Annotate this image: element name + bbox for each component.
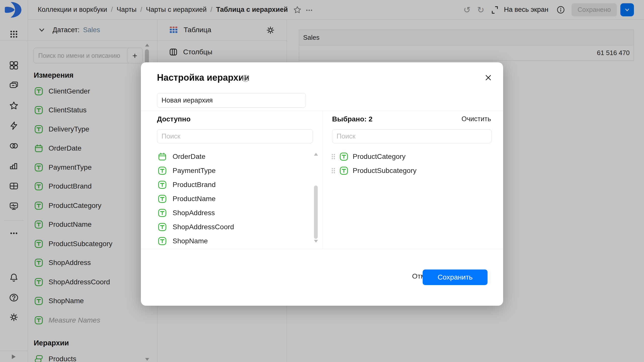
drag-handle-icon[interactable] <box>332 168 335 174</box>
available-item[interactable]: ProductBrand <box>158 178 216 192</box>
modal-column-divider <box>323 111 323 249</box>
text-field-icon <box>158 237 167 245</box>
text-field-icon <box>340 166 348 175</box>
text-field-icon <box>158 223 167 231</box>
help-circle-icon[interactable] <box>242 74 250 82</box>
save-button[interactable]: Сохранить <box>423 269 488 285</box>
hierarchy-name-input[interactable] <box>157 93 306 108</box>
list-scrollbar-thumb[interactable] <box>314 186 318 239</box>
available-item[interactable]: ShopName <box>158 234 208 248</box>
list-scroll-down-icon[interactable] <box>314 240 318 243</box>
modal-divider <box>141 111 503 111</box>
available-item[interactable]: ProductName <box>158 192 216 206</box>
available-search-input[interactable] <box>157 129 313 143</box>
selected-item[interactable]: ProductCategory <box>332 150 406 164</box>
list-scroll-up-icon[interactable] <box>314 153 318 156</box>
selected-search-input[interactable] <box>332 129 492 143</box>
modal-title: Настройка иерархии <box>157 72 250 83</box>
calendar-icon <box>158 152 167 161</box>
drag-handle-icon[interactable] <box>332 154 335 160</box>
text-field-icon <box>158 209 167 217</box>
close-icon[interactable] <box>484 73 493 82</box>
available-item[interactable]: OrderDate <box>158 150 206 164</box>
text-field-icon <box>158 195 167 203</box>
available-item[interactable]: ShopAddress <box>158 206 215 220</box>
text-field-icon <box>158 180 167 189</box>
modal-footer-divider <box>141 249 503 249</box>
text-field-icon <box>158 166 167 175</box>
available-column-title: Доступно <box>157 115 191 123</box>
clear-selection-link[interactable]: Очистить <box>461 115 491 123</box>
available-item[interactable]: PaymentType <box>158 164 216 178</box>
text-field-icon <box>340 152 348 161</box>
selected-item[interactable]: ProductSubcategory <box>332 164 417 178</box>
selected-column-title: Выбрано: 2 <box>332 115 373 123</box>
hierarchy-settings-modal: Настройка иерархии Доступно OrderDate Pa… <box>141 62 503 306</box>
available-item[interactable]: ShopAddressCoord <box>158 220 234 234</box>
